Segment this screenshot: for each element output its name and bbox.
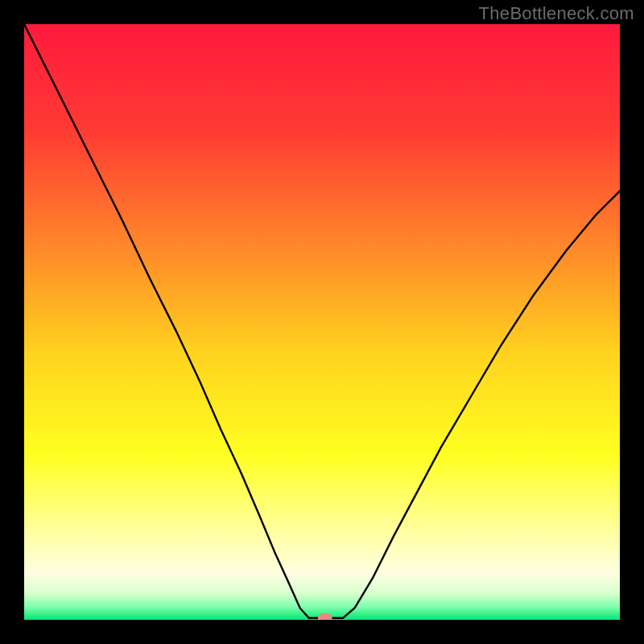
gradient-background — [24, 24, 620, 620]
chart-frame: TheBottleneck.com — [0, 0, 644, 644]
plot-svg — [24, 24, 620, 620]
watermark-text: TheBottleneck.com — [479, 3, 634, 24]
plot-area — [24, 24, 620, 620]
